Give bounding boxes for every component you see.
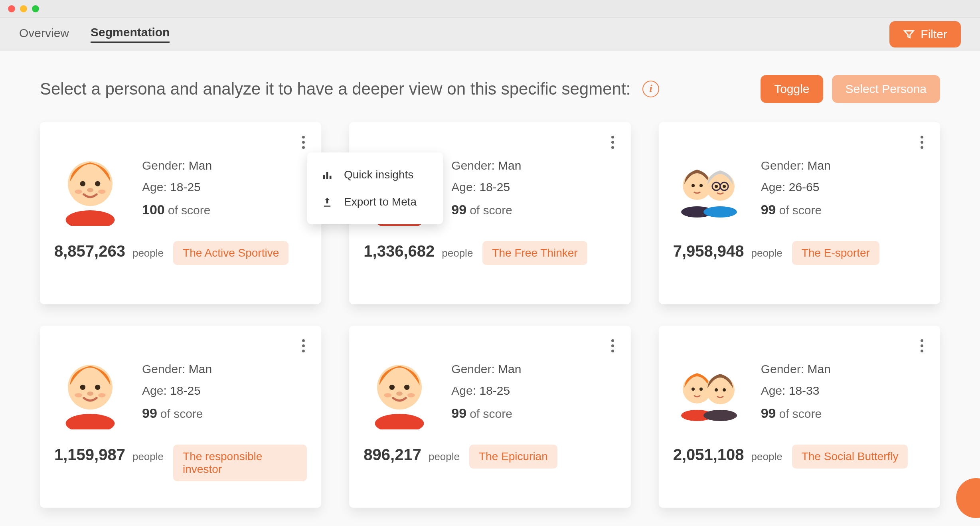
svg-point-30 <box>80 385 85 390</box>
window-minimize-dot[interactable] <box>20 5 27 12</box>
card-menu-button[interactable] <box>297 134 309 150</box>
tab-overview[interactable]: Overview <box>19 26 69 42</box>
avatar <box>54 354 126 429</box>
score-value: 99 <box>451 405 466 421</box>
svg-point-6 <box>95 181 100 186</box>
persona-chip[interactable]: The Epicurian <box>469 445 557 469</box>
card-menu-popover: Quick insights Export to Meta <box>307 152 443 224</box>
svg-point-28 <box>66 414 115 429</box>
svg-point-20 <box>699 184 703 187</box>
gender-label: Gender: <box>761 159 804 172</box>
header-actions: Toggle Select Persona <box>761 75 940 103</box>
card-meta: Gender: Man Age: 18-25 100of score <box>142 159 212 218</box>
card-footer: 8,857,263 people The Active Sportive <box>54 241 307 265</box>
persona-card[interactable]: Gender: Man Age: 18-25 99of score 896,21… <box>349 326 630 508</box>
gender-value: Man <box>807 362 830 376</box>
persona-card[interactable]: Gender: Man Age: 18-25 99of score 1,159,… <box>40 326 321 508</box>
svg-point-36 <box>377 365 422 409</box>
svg-point-34 <box>98 393 106 397</box>
window-zoom-dot[interactable] <box>32 5 39 12</box>
menu-item-label: Export to Meta <box>344 196 417 208</box>
svg-point-9 <box>98 190 106 194</box>
svg-point-23 <box>715 185 718 188</box>
gender-value: Man <box>807 159 830 172</box>
svg-point-19 <box>692 184 695 187</box>
svg-point-44 <box>692 388 695 391</box>
card-meta: Gender: Man Age: 18-33 99of score <box>761 362 831 421</box>
svg-point-33 <box>75 393 82 397</box>
people-count: 896,217 <box>364 446 421 464</box>
svg-point-37 <box>389 385 395 390</box>
card-meta: Gender: Man Age: 18-25 99of score <box>451 159 521 218</box>
svg-point-38 <box>404 385 409 390</box>
people-count: 7,958,948 <box>673 242 744 260</box>
persona-card[interactable]: Quick insights Export to Meta Gender: Ma… <box>40 122 321 304</box>
svg-point-8 <box>75 190 82 194</box>
persona-chip[interactable]: The responsible investor <box>173 445 307 481</box>
age-value: 18-25 <box>170 384 201 397</box>
menu-item-label: Quick insights <box>344 168 413 181</box>
svg-point-4 <box>68 161 113 206</box>
filter-label: Filter <box>921 28 947 41</box>
score-label: of score <box>168 204 211 217</box>
persona-card[interactable]: Gender: Man Age: 26-65 99of score 7,958,… <box>659 122 940 304</box>
card-menu-button[interactable] <box>916 338 928 354</box>
gender-value: Man <box>189 159 212 172</box>
score-label: of score <box>779 204 822 217</box>
svg-point-47 <box>706 376 735 404</box>
svg-point-5 <box>80 181 85 186</box>
persona-card[interactable]: Gender: Man Age: 18-33 99of score 2,051,… <box>659 326 940 508</box>
svg-point-7 <box>87 188 93 192</box>
svg-point-41 <box>407 393 415 397</box>
menu-export-meta[interactable]: Export to Meta <box>307 188 443 216</box>
age-value: 18-25 <box>479 180 510 194</box>
people-label: people <box>751 247 782 259</box>
age-value: 18-25 <box>170 180 201 194</box>
card-meta: Gender: Man Age: 26-65 99of score <box>761 159 831 218</box>
age-label: Age: <box>761 384 786 397</box>
window-close-dot[interactable] <box>8 5 15 12</box>
gender-value: Man <box>498 362 521 376</box>
card-body: Gender: Man Age: 18-33 99of score <box>673 354 926 429</box>
svg-point-31 <box>95 385 100 390</box>
gender-label: Gender: <box>451 362 494 376</box>
svg-point-21 <box>703 206 737 218</box>
card-menu-button[interactable] <box>297 338 309 354</box>
svg-point-46 <box>703 410 737 421</box>
menu-quick-insights[interactable]: Quick insights <box>307 161 443 188</box>
age-label: Age: <box>761 180 786 194</box>
filter-icon <box>903 28 915 40</box>
svg-point-39 <box>396 392 403 396</box>
card-body: Gender: Man Age: 18-25 99of score <box>364 354 616 429</box>
svg-point-45 <box>699 388 703 391</box>
card-menu-button[interactable] <box>916 134 928 150</box>
bar-chart-icon <box>322 169 333 180</box>
card-meta: Gender: Man Age: 18-25 99of score <box>142 362 212 421</box>
card-footer: 7,958,948 people The E-sporter <box>673 241 926 265</box>
svg-rect-2 <box>330 176 332 179</box>
gender-value: Man <box>498 159 521 172</box>
age-label: Age: <box>142 384 167 397</box>
persona-chip[interactable]: The Social Butterfly <box>792 445 908 469</box>
card-body: Gender: Man Age: 18-25 99of score <box>54 354 307 429</box>
age-value: 18-25 <box>479 384 510 397</box>
tab-segmentation[interactable]: Segmentation <box>91 26 170 43</box>
people-count: 2,051,108 <box>673 446 744 464</box>
filter-button[interactable]: Filter <box>889 21 961 47</box>
info-icon[interactable] <box>642 81 659 97</box>
toggle-button[interactable]: Toggle <box>761 75 823 103</box>
score-value: 99 <box>451 202 466 217</box>
score-label: of score <box>160 407 203 420</box>
gender-label: Gender: <box>451 159 494 172</box>
persona-chip[interactable]: The Active Sportive <box>173 241 288 265</box>
gender-label: Gender: <box>761 362 804 376</box>
select-persona-button[interactable]: Select Persona <box>832 75 940 103</box>
svg-point-35 <box>375 414 424 429</box>
card-menu-button[interactable] <box>607 338 619 354</box>
page-title: Select a persona and analyze it to have … <box>40 79 630 99</box>
age-label: Age: <box>451 384 476 397</box>
score-label: of score <box>470 204 512 217</box>
persona-chip[interactable]: The Free Thinker <box>482 241 587 265</box>
persona-chip[interactable]: The E-sporter <box>792 241 879 265</box>
card-menu-button[interactable] <box>607 134 619 150</box>
